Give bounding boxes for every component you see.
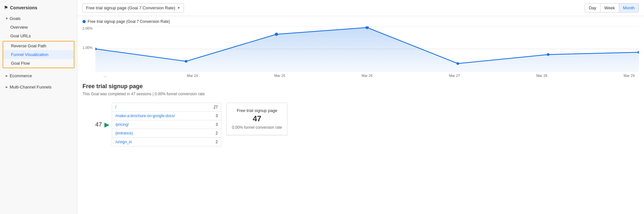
chevron-down-icon: ▼ — [5, 17, 8, 20]
goal-box-title: Free trial signup page — [232, 108, 282, 113]
x-label-6: Mar 29 — [620, 74, 639, 78]
week-button[interactable]: Week — [600, 4, 619, 12]
flag-icon: ⚑ — [4, 5, 8, 10]
legend-dot — [82, 20, 86, 23]
goals-header[interactable]: ▼ Goals — [0, 14, 77, 23]
multichannel-section: ► Multi-Channel Funnels — [0, 81, 77, 93]
svg-marker-3 — [95, 28, 639, 72]
sidebar-item-goal-flow[interactable]: Goal Flow — [3, 59, 74, 68]
sidebar-item-funnel-visualization[interactable]: Funnel Visualization — [3, 50, 74, 59]
top-bar: Free trial signup page (Goal 7 Conversio… — [77, 0, 644, 16]
ecommerce-section: ► Ecommerce — [0, 70, 77, 81]
main-content: Free trial signup page (Goal 7 Conversio… — [77, 0, 644, 214]
sidebar-title: ⚑ Conversions — [0, 3, 77, 13]
x-label-2: Mar 25 — [270, 74, 289, 78]
svg-point-5 — [185, 60, 187, 63]
goals-group: Reverse Goal Path Funnel Visualization G… — [3, 41, 74, 68]
chart-svg — [95, 26, 639, 71]
goal-box-number: 47 — [232, 114, 282, 123]
goal-box-rate: 0.00% funnel conversion rate — [232, 125, 282, 130]
chart-area: Free trial signup page (Goal 7 Conversio… — [77, 16, 644, 78]
svg-point-9 — [547, 53, 549, 56]
chart-container: 2.00% 1.00% — [95, 26, 639, 78]
section-title: Free trial signup page — [82, 83, 639, 90]
date-range-buttons: Day Week Month — [585, 3, 639, 13]
x-label-5: Mar 28 — [532, 74, 552, 78]
goals-section: ▼ Goals Overview Goal URLs Reverse Goal … — [0, 13, 77, 70]
sidebar: ⚑ Conversions ▼ Goals Overview Goal URLs… — [0, 0, 77, 214]
funnel-entry: 47 ▶ / 27 /make-a-brochure-on-google-doc… — [95, 103, 221, 146]
x-label-3: Mar 26 — [357, 74, 377, 78]
ecommerce-header[interactable]: ► Ecommerce — [0, 71, 77, 80]
x-axis-labels: ... Mar 24 Mar 25 Mar 26 Mar 27 Mar 28 M… — [95, 74, 639, 78]
table-row: /u/sign_in 2 — [112, 138, 221, 146]
funnel-table: / 27 /make-a-brochure-on-google-docs/ 3 … — [112, 103, 221, 146]
chart-legend: Free trial signup page (Goal 7 Conversio… — [82, 19, 639, 24]
x-label-1: Mar 24 — [183, 74, 202, 78]
multichannel-header[interactable]: ► Multi-Channel Funnels — [0, 83, 77, 91]
x-label-0: ... — [95, 74, 115, 78]
section-subtitle: This Goal was completed in 47 sessions |… — [82, 92, 639, 96]
goal-box: Free trial signup page 47 0.00% funnel c… — [226, 103, 287, 135]
dropdown-arrow-icon: ▼ — [177, 6, 180, 10]
sidebar-item-overview[interactable]: Overview — [0, 23, 77, 32]
funnel-arrow-icon: ▶ — [104, 121, 109, 128]
y-axis-mid: 1.00% — [82, 46, 92, 50]
day-button[interactable]: Day — [585, 4, 600, 12]
chevron-right-icon: ► — [5, 74, 8, 78]
month-button[interactable]: Month — [619, 4, 639, 12]
table-row: (entrance) 2 — [112, 129, 221, 138]
sidebar-item-goal-urls[interactable]: Goal URLs — [0, 32, 77, 40]
table-row: /make-a-brochure-on-google-docs/ 3 — [112, 112, 221, 120]
goal-dropdown[interactable]: Free trial signup page (Goal 7 Conversio… — [82, 3, 184, 13]
table-row: / 27 — [112, 103, 221, 112]
y-axis-top: 2.00% — [82, 26, 92, 30]
svg-point-8 — [457, 62, 459, 65]
svg-point-6 — [275, 33, 278, 36]
table-row: /pricing/ 3 — [112, 120, 221, 129]
funnel-area: 47 ▶ / 27 /make-a-brochure-on-google-doc… — [95, 103, 639, 146]
sidebar-item-reverse-goal-path[interactable]: Reverse Goal Path — [3, 42, 74, 50]
x-label-4: Mar 27 — [445, 74, 464, 78]
content-section: Free trial signup page This Goal was com… — [77, 78, 644, 152]
chevron-right-icon-2: ► — [5, 85, 8, 89]
funnel-entry-count: 47 — [95, 121, 102, 128]
